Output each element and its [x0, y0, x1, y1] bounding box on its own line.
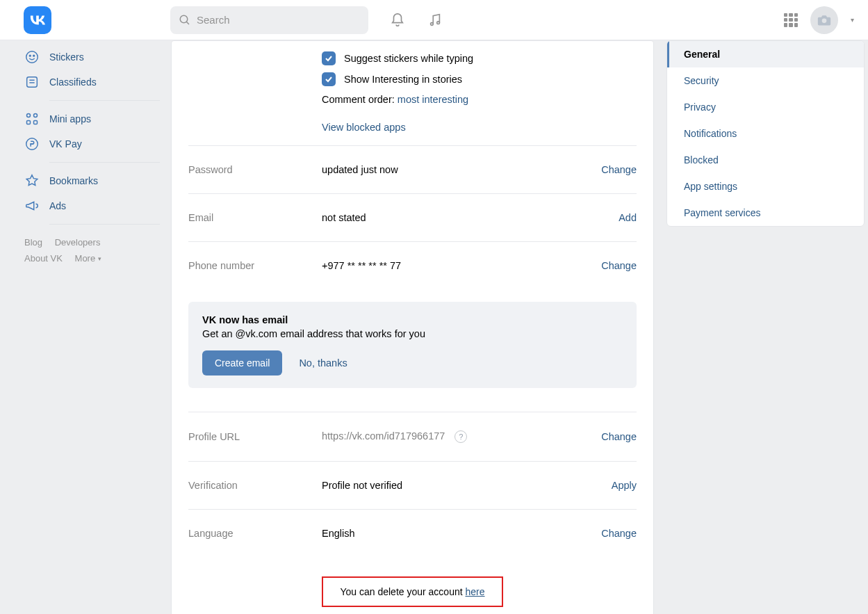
svg-rect-8: [27, 77, 38, 88]
row-value: not stated: [322, 212, 619, 223]
tab-privacy[interactable]: Privacy: [667, 94, 864, 120]
search-input[interactable]: [197, 14, 360, 26]
tab-app-settings[interactable]: App settings: [667, 173, 864, 200]
row-password: Password updated just now Change: [188, 145, 637, 193]
sidebar-item-miniapps[interactable]: Mini apps: [24, 106, 160, 131]
tab-payment-services[interactable]: Payment services: [667, 200, 864, 226]
promo-title: VK now has email: [202, 314, 623, 325]
vk-logo[interactable]: [24, 6, 51, 34]
no-thanks-link[interactable]: No, thanks: [299, 357, 347, 369]
svg-point-7: [33, 55, 35, 56]
checkbox-show-interesting[interactable]: Show Interesting in stories: [322, 69, 637, 90]
row-email: Email not stated Add: [188, 193, 637, 241]
svg-point-12: [34, 114, 38, 118]
row-value: https://vk.com/id717966177: [322, 430, 445, 442]
checkmark-icon: [322, 51, 336, 65]
footer-about[interactable]: About VK: [24, 253, 63, 264]
chevron-down-icon: ▾: [98, 253, 101, 264]
vkpay-icon: [24, 136, 40, 152]
sidebar-item-label: VK Pay: [49, 138, 82, 150]
account-chevron-icon[interactable]: ▾: [851, 16, 854, 24]
row-label: Email: [188, 212, 322, 223]
sidebar-item-label: Ads: [49, 200, 66, 211]
bell-icon[interactable]: [389, 12, 406, 29]
tab-notifications[interactable]: Notifications: [667, 120, 864, 147]
checkbox-label: Suggest stickers while typing: [344, 53, 473, 64]
row-label: Language: [188, 528, 322, 539]
row-language: Language English Change: [188, 509, 637, 557]
music-icon[interactable]: [427, 12, 443, 29]
change-link[interactable]: Change: [601, 431, 637, 442]
svg-line-1: [186, 22, 189, 24]
footer-blog[interactable]: Blog: [24, 237, 42, 248]
megaphone-icon: [24, 198, 40, 213]
sidebar-item-label: Bookmarks: [49, 175, 98, 186]
checkbox-label: Show Interesting in stories: [344, 74, 462, 85]
add-link[interactable]: Add: [619, 212, 637, 223]
checkmark-icon: [322, 72, 336, 86]
svg-point-4: [822, 18, 827, 23]
sidebar-item-stickers[interactable]: Stickers: [24, 45, 160, 70]
change-link[interactable]: Change: [601, 528, 637, 539]
tab-security[interactable]: Security: [667, 67, 864, 94]
delete-text: You can delete your account: [340, 586, 465, 597]
comment-order-label: Comment order:: [322, 94, 395, 105]
row-value: Profile not verified: [322, 480, 612, 491]
apps-grid-icon[interactable]: [784, 13, 798, 27]
svg-point-5: [26, 51, 38, 63]
row-phone: Phone number +977 ** ** ** ** 77 Change: [188, 241, 637, 289]
row-verification: Verification Profile not verified Apply: [188, 461, 637, 509]
footer-developers[interactable]: Developers: [55, 237, 101, 248]
star-icon: [24, 173, 40, 188]
email-promo: VK now has email Get an @vk.com email ad…: [188, 302, 637, 388]
row-label: Profile URL: [188, 431, 322, 442]
view-blocked-apps-link[interactable]: View blocked apps: [322, 109, 406, 145]
comment-order-link[interactable]: most interesting: [398, 94, 468, 105]
miniapps-icon: [24, 111, 40, 127]
row-label: Phone number: [188, 260, 322, 271]
row-value: updated just now: [322, 164, 601, 175]
classifieds-icon: [24, 74, 40, 90]
row-label: Verification: [188, 480, 322, 491]
settings-tabs: General Security Privacy Notifications B…: [666, 40, 865, 227]
tab-blocked[interactable]: Blocked: [667, 147, 864, 173]
svg-point-6: [29, 55, 31, 56]
row-value: English: [322, 528, 601, 539]
svg-point-0: [180, 15, 188, 23]
sidebar-item-label: Stickers: [49, 51, 84, 63]
tab-general[interactable]: General: [667, 41, 864, 67]
checkbox-suggest-stickers[interactable]: Suggest stickers while typing: [322, 48, 637, 69]
footer-more[interactable]: More ▾: [75, 250, 102, 266]
sidebar-item-label: Mini apps: [49, 113, 91, 124]
sidebar-item-ads[interactable]: Ads: [24, 193, 160, 218]
smile-icon: [24, 49, 40, 65]
sidebar-item-classifieds[interactable]: Classifieds: [24, 70, 160, 95]
promo-desc: Get an @vk.com email address that works …: [202, 328, 623, 339]
svg-point-2: [431, 22, 434, 25]
change-link[interactable]: Change: [601, 260, 637, 271]
sidebar-item-vkpay[interactable]: VK Pay: [24, 131, 160, 156]
create-email-button[interactable]: Create email: [202, 350, 282, 375]
avatar[interactable]: [810, 6, 838, 34]
row-label: Password: [188, 164, 322, 175]
delete-account-link[interactable]: here: [466, 586, 485, 597]
apply-link[interactable]: Apply: [612, 480, 637, 491]
sidebar-item-label: Classifieds: [49, 76, 97, 88]
sidebar-item-bookmarks[interactable]: Bookmarks: [24, 168, 160, 193]
search-box[interactable]: [170, 6, 368, 34]
help-icon[interactable]: ?: [455, 430, 467, 443]
svg-point-3: [437, 21, 440, 24]
svg-rect-13: [27, 121, 31, 124]
svg-rect-14: [34, 121, 38, 124]
row-value: +977 ** ** ** ** 77: [322, 260, 601, 271]
delete-account-highlight: You can delete your account here: [322, 576, 502, 607]
svg-point-11: [27, 114, 31, 118]
row-profile-url: Profile URL https://vk.com/id717966177 ?…: [188, 412, 637, 461]
change-link[interactable]: Change: [601, 164, 637, 175]
